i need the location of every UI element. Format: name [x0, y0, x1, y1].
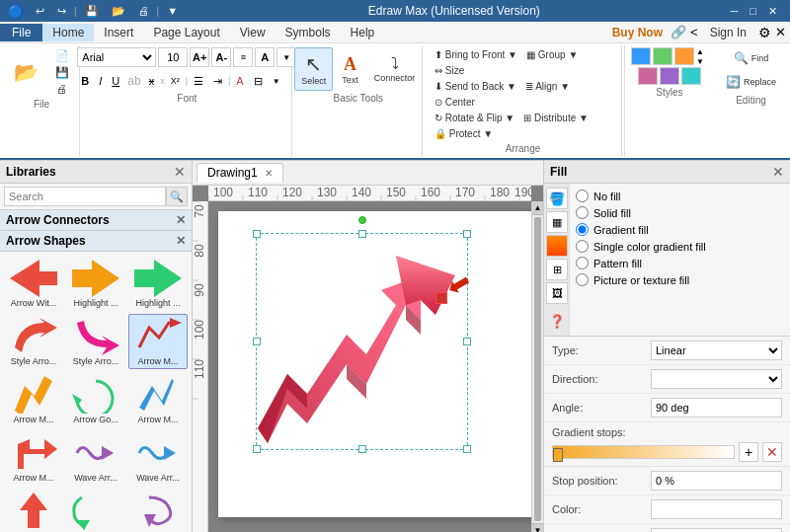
center-btn[interactable]: ⊙ Center: [431, 95, 479, 110]
canvas-wrapper[interactable]: 100 110 120 130 140 150 160 170 180 190: [193, 186, 543, 532]
print-file-btn[interactable]: 🖨: [47, 81, 77, 97]
menu-page-layout[interactable]: Page Layout: [143, 24, 229, 41]
shade-tint-input[interactable]: [651, 528, 782, 532]
open-btn[interactable]: 📂: [107, 4, 130, 19]
vertical-scrollbar[interactable]: ▲ ▼: [531, 201, 543, 532]
x-icon[interactable]: ✕: [775, 25, 786, 39]
lib-item-wave-arr-1[interactable]: Wave Arr...: [66, 430, 125, 486]
fill-color-icon[interactable]: [546, 235, 568, 257]
replace-btn[interactable]: 🔄 Replace: [722, 71, 780, 93]
stop-position-input[interactable]: [651, 471, 782, 491]
lib-item-arrow-m-2[interactable]: Arrow M...: [4, 372, 63, 427]
strikethrough-btn[interactable]: x: [145, 71, 159, 91]
library-search-input[interactable]: [4, 187, 166, 206]
styles-down-btn[interactable]: ▼: [696, 57, 708, 66]
styles-up-btn[interactable]: ▲: [696, 47, 708, 56]
group-btn[interactable]: ▦ Group ▼: [522, 47, 582, 62]
font-decrease-btn[interactable]: A-: [211, 47, 231, 67]
lib-item-wave-arr-2[interactable]: Wave Arr...: [128, 430, 188, 486]
fill-help-icon[interactable]: ❓: [546, 310, 568, 332]
redo-btn[interactable]: ↪: [52, 4, 71, 19]
library-search-btn[interactable]: 🔍: [166, 187, 188, 206]
libraries-close-btn[interactable]: ✕: [174, 164, 186, 180]
fill-bucket-icon[interactable]: 🪣: [546, 188, 568, 209]
menu-view[interactable]: View: [230, 24, 276, 41]
fill-panel-close-btn[interactable]: ✕: [772, 164, 784, 180]
scroll-down-btn[interactable]: ▼: [532, 523, 543, 532]
rotate-btn[interactable]: ↻ Rotate & Flip ▼: [431, 111, 518, 125]
pattern-fill-radio[interactable]: [576, 257, 589, 269]
style-swatch-5[interactable]: [660, 67, 679, 85]
lib-item-arrow-m-sel[interactable]: Arrow M...: [128, 314, 188, 369]
buy-now-btn[interactable]: Buy Now: [604, 24, 671, 41]
gradient-fill-radio[interactable]: [576, 223, 589, 236]
direction-select[interactable]: [651, 369, 782, 389]
list-btn[interactable]: ☰: [190, 71, 207, 91]
style-swatch-2[interactable]: [653, 47, 672, 65]
style-swatch-3[interactable]: [674, 47, 694, 65]
sign-in-btn[interactable]: Sign In: [702, 24, 754, 41]
gradient-bar[interactable]: [552, 445, 735, 459]
picture-texture-label[interactable]: Picture or texture fill: [593, 274, 689, 286]
bring-to-front-btn[interactable]: ⬆ Bring to Front ▼: [431, 47, 521, 62]
arrow-down-btn[interactable]: ▼: [269, 71, 284, 91]
no-fill-radio[interactable]: [576, 190, 589, 202]
protect-btn[interactable]: 🔒 Protect ▼: [431, 126, 497, 141]
save-btn[interactable]: 💾: [80, 4, 104, 19]
pattern-fill-label[interactable]: Pattern fill: [593, 258, 642, 269]
connectors-close-icon[interactable]: ✕: [176, 213, 186, 227]
menu-insert[interactable]: Insert: [94, 24, 143, 41]
menu-help[interactable]: Help: [341, 24, 385, 41]
add-stop-btn[interactable]: +: [739, 442, 758, 462]
italic-btn[interactable]: I: [95, 71, 106, 91]
size-btn[interactable]: ⇔ Size: [431, 63, 468, 78]
bold-btn[interactable]: B: [77, 71, 93, 91]
drawing1-close-icon[interactable]: ✕: [265, 168, 273, 179]
menu-symbols[interactable]: Symbols: [276, 24, 341, 41]
new-btn[interactable]: 📄: [47, 47, 77, 63]
find-btn[interactable]: 🔍 Find: [722, 47, 780, 69]
single-color-radio[interactable]: [576, 240, 589, 253]
fill-image-icon[interactable]: 🖼: [546, 282, 568, 304]
lib-item-style-arrow-1[interactable]: Style Arro...: [4, 314, 63, 369]
gradient-fill-label[interactable]: Gradient fill: [593, 224, 649, 236]
highlight-btn[interactable]: ⊟: [250, 71, 267, 91]
style-swatch-1[interactable]: [631, 47, 651, 65]
connector-tool-btn[interactable]: ⤵ Connector: [367, 50, 423, 88]
more-btn[interactable]: ▼: [162, 4, 183, 18]
scroll-up-btn[interactable]: ▲: [532, 201, 543, 215]
font-color-btn[interactable]: A: [255, 47, 275, 67]
menu-file[interactable]: File: [0, 24, 42, 41]
type-select[interactable]: Linear Radial: [651, 341, 782, 360]
send-to-back-btn[interactable]: ⬇ Send to Back ▼: [431, 79, 520, 94]
share-icon[interactable]: 🔗: [671, 25, 686, 39]
style-swatch-6[interactable]: [681, 67, 701, 85]
print-btn[interactable]: 🖨: [133, 4, 154, 18]
fill-pattern-icon[interactable]: ⊞: [546, 259, 568, 280]
lib-item-highlight-1[interactable]: Highlight ...: [66, 256, 125, 311]
lib-item-arrow-m-3[interactable]: Arrow M...: [128, 372, 188, 427]
minimize-btn[interactable]: ─: [726, 4, 744, 19]
share2-icon[interactable]: <: [690, 25, 698, 39]
superscript-btn[interactable]: X²: [167, 71, 184, 91]
lib-item-arrow-m-5[interactable]: Arrow M...: [66, 489, 125, 532]
solid-fill-label[interactable]: Solid fill: [593, 207, 631, 219]
canvas-inner[interactable]: ⬅: [208, 201, 531, 532]
align-btn[interactable]: ≣ Align ▼: [521, 79, 574, 94]
lib-item-arrow-go[interactable]: Arrow Go...: [66, 372, 125, 427]
lib-item-arrow-m-6[interactable]: Arrow M...: [128, 489, 188, 532]
no-fill-label[interactable]: No fill: [593, 190, 621, 202]
fill-gradient-icon[interactable]: ▦: [546, 211, 568, 233]
lib-item-highlight-2[interactable]: Highlight ...: [128, 256, 188, 311]
maximize-btn[interactable]: □: [745, 4, 761, 19]
font-align-btn[interactable]: ≡: [233, 47, 253, 67]
drawing1-tab[interactable]: Drawing1 ✕: [197, 163, 283, 183]
window-controls[interactable]: ─ □ ✕: [726, 4, 782, 19]
font-size-input[interactable]: [158, 47, 188, 67]
lib-item-arrow-ve[interactable]: Arrow Ve...: [4, 489, 63, 532]
font-color2-btn[interactable]: A: [232, 71, 247, 91]
font-family-select[interactable]: Arial: [77, 47, 156, 67]
menu-home[interactable]: Home: [42, 24, 94, 41]
underline-btn[interactable]: U: [108, 71, 123, 91]
save-file-btn[interactable]: 💾: [47, 64, 77, 80]
